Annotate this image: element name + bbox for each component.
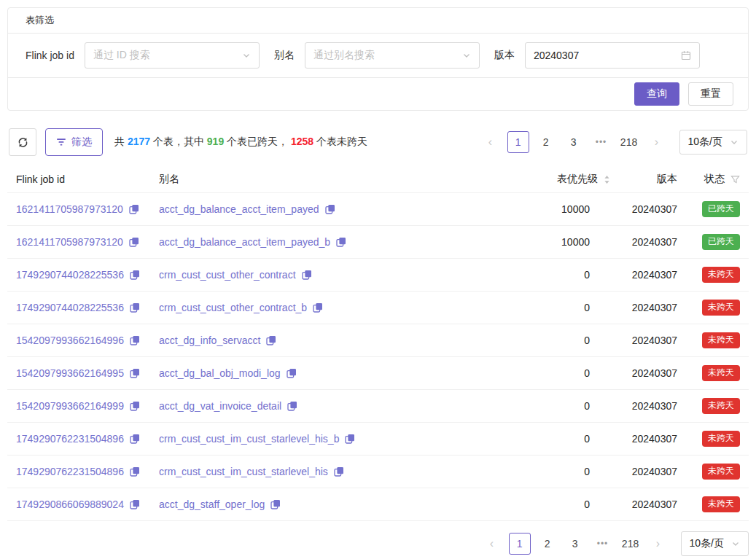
summary-count-red: 1258 <box>291 136 313 147</box>
copy-icon[interactable] <box>345 434 355 444</box>
copy-icon[interactable] <box>130 401 140 411</box>
table-row: 1542097993662164996 acct_dg_info_servacc… <box>7 324 749 357</box>
priority-value: 0 <box>524 488 619 521</box>
alias-link[interactable]: acct_dg_info_servacct <box>159 335 260 346</box>
copy-icon[interactable] <box>334 466 344 477</box>
alias-link[interactable]: crm_cust_cust_other_contract <box>159 269 296 281</box>
query-button[interactable]: 查询 <box>634 82 679 106</box>
summary-text-segment: 个表，其中 <box>150 136 207 147</box>
filter-card: 表筛选 Flink job id 通过 ID 搜索 别名 通过别名搜索 <box>7 7 749 111</box>
copy-icon[interactable] <box>287 401 297 411</box>
status-badge: 未跨天 <box>702 332 740 348</box>
page-ellipsis: ••• <box>591 131 612 153</box>
flink-job-id-link[interactable]: 1621411705987973120 <box>16 236 123 248</box>
page-size-select[interactable]: 10条/页 <box>679 130 747 155</box>
refresh-button[interactable] <box>9 128 36 156</box>
copy-icon[interactable] <box>130 368 140 378</box>
priority-value: 0 <box>524 456 619 488</box>
flink-job-id-link[interactable]: 1749290744028225536 <box>16 302 124 313</box>
reset-button[interactable]: 重置 <box>688 82 733 106</box>
alias-link[interactable]: acct_dg_vat_invoice_detail <box>159 400 281 412</box>
column-alias: 别名 <box>150 166 524 193</box>
flink-job-id-link[interactable]: 1542097993662164995 <box>16 367 124 379</box>
page-button-3[interactable]: 3 <box>563 131 585 153</box>
page-button-3[interactable]: 3 <box>564 533 586 555</box>
copy-icon[interactable] <box>287 368 297 378</box>
priority-value: 10000 <box>524 193 619 226</box>
copy-icon[interactable] <box>270 499 281 509</box>
copy-icon[interactable] <box>336 237 346 247</box>
flink-job-id-link[interactable]: 1542097993662164996 <box>16 335 124 346</box>
flink-job-id-link[interactable]: 1749290744028225536 <box>16 269 124 281</box>
flink-job-id-link[interactable]: 1749290866069889024 <box>16 499 124 510</box>
prev-page-button[interactable]: ‹ <box>481 533 503 555</box>
table-row: 1621411705987973120 acct_dg_balance_acct… <box>7 193 749 226</box>
filter-funnel-icon[interactable] <box>730 175 740 184</box>
copy-icon[interactable] <box>130 302 140 313</box>
page-button-2[interactable]: 2 <box>535 131 557 153</box>
copy-icon[interactable] <box>302 270 312 280</box>
alias-label: 别名 <box>274 49 295 62</box>
page-button-1[interactable]: 1 <box>507 131 529 153</box>
column-status-label: 状态 <box>704 173 725 186</box>
copy-icon[interactable] <box>129 237 139 247</box>
alias-link[interactable]: crm_cust_cust_other_contract_b <box>159 302 307 313</box>
next-page-button[interactable]: › <box>647 533 669 555</box>
version-date-value: 20240307 <box>534 50 681 61</box>
priority-value: 0 <box>524 259 619 292</box>
toolbar: 筛选 共 2177 个表，其中 919 个表已跨天， 1258 个表未跨天 ‹1… <box>7 128 749 156</box>
copy-icon[interactable] <box>130 434 140 444</box>
version-value: 20240307 <box>619 226 692 259</box>
alias-link[interactable]: crm_cust_cust_im_cust_starlevel_his <box>159 466 328 477</box>
next-page-button[interactable]: › <box>646 131 668 153</box>
copy-icon[interactable] <box>130 270 140 280</box>
flink-job-id-link[interactable]: 1749290762231504896 <box>16 433 124 445</box>
copy-icon[interactable] <box>130 335 140 345</box>
alias-link[interactable]: acct_dg_bal_obj_modi_log <box>159 367 281 379</box>
page-size-select[interactable]: 10条/页 <box>681 531 749 556</box>
page-button-218[interactable]: 218 <box>620 533 642 555</box>
version-value: 20240307 <box>619 456 692 488</box>
page-button-218[interactable]: 218 <box>618 131 640 153</box>
alias-link[interactable]: crm_cust_cust_im_cust_starlevel_his_b <box>159 433 339 445</box>
copy-icon[interactable] <box>313 302 323 313</box>
status-badge: 未跨天 <box>702 464 740 480</box>
flink-job-id-link[interactable]: 1542097993662164999 <box>16 400 124 412</box>
copy-icon[interactable] <box>266 335 276 345</box>
copy-icon[interactable] <box>130 466 140 477</box>
bottom-pagination: ‹123•••218›10条/页 <box>481 531 749 556</box>
copy-icon[interactable] <box>130 499 140 509</box>
copy-icon[interactable] <box>325 204 335 214</box>
prev-page-button[interactable]: ‹ <box>480 131 502 153</box>
table-row: 1749290866069889024 acct_dg_staff_oper_l… <box>7 488 749 521</box>
page-button-2[interactable]: 2 <box>537 533 558 555</box>
column-priority: 表优先级 <box>524 166 619 193</box>
filter-actions: 查询 重置 <box>8 77 748 110</box>
version-value: 20240307 <box>619 357 692 390</box>
flink-job-id-link[interactable]: 1621411705987973120 <box>16 203 123 215</box>
alias-link[interactable]: acct_dg_balance_acct_item_payed_b <box>159 236 330 248</box>
sort-carets-icon[interactable] <box>604 175 610 184</box>
flink-job-id-label: Flink job id <box>26 50 74 61</box>
column-version-label: 版本 <box>657 173 677 184</box>
filter-row: Flink job id 通过 ID 搜索 别名 通过别名搜索 <box>8 34 748 77</box>
toolbar-left: 筛选 共 2177 个表，其中 919 个表已跨天， 1258 个表未跨天 <box>9 128 367 156</box>
chevron-down-icon <box>731 539 740 548</box>
flink-job-id-link[interactable]: 1749290762231504896 <box>16 466 124 477</box>
table-header: Flink job id 别名 表优先级 版本 状态 <box>7 166 749 193</box>
copy-icon[interactable] <box>129 204 139 214</box>
page-button-1[interactable]: 1 <box>509 533 531 555</box>
filter-button[interactable]: 筛选 <box>45 128 103 156</box>
tables-table: Flink job id 别名 表优先级 版本 状态 <box>7 166 749 521</box>
table-row: 1542097993662164995 acct_dg_bal_obj_modi… <box>7 357 749 390</box>
alias-link[interactable]: acct_dg_balance_acct_item_payed <box>159 203 319 215</box>
version-date-input[interactable]: 20240307 <box>525 42 700 69</box>
version-value: 20240307 <box>619 259 692 292</box>
status-badge: 未跨天 <box>702 267 740 283</box>
alias-link[interactable]: acct_dg_staff_oper_log <box>159 499 265 510</box>
summary-text-segment: 共 <box>114 136 128 147</box>
table-row: 1542097993662164999 acct_dg_vat_invoice_… <box>7 390 749 423</box>
alias-select[interactable]: 通过别名搜索 <box>305 42 480 69</box>
flink-job-id-select[interactable]: 通过 ID 搜索 <box>85 42 260 69</box>
top-pagination: ‹123•••218›10条/页 <box>480 130 747 155</box>
